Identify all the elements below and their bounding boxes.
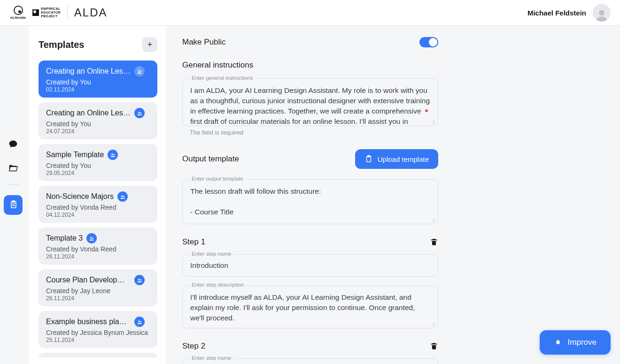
improve-label: Improve [568,338,597,347]
nav-chat-icon[interactable] [8,138,19,150]
upload-template-label: Upload template [378,155,429,163]
template-title: Creating an Online Lesson [46,109,131,117]
template-creator: Created by Jay Leone [46,287,150,295]
template-item[interactable]: Example Backwards DesignCreated by Jessi… [39,353,157,357]
template-date: 02.11.2024 [46,86,150,93]
step-name-input[interactable] [182,254,438,277]
template-date: 24.07.2024 [46,128,150,135]
svg-point-13 [138,279,140,280]
templates-sidebar: Templates + Creating an Online Lesson v2… [29,26,166,364]
general-instructions-legend: Enter general instructions [189,75,256,81]
step-name-legend: Enter step name [189,355,234,361]
shared-icon [134,108,145,118]
svg-rect-20 [368,156,370,157]
template-item[interactable]: Creating an Online Lesson v2Created by Y… [39,61,157,98]
clipboard-icon [364,155,373,163]
svg-point-12 [92,237,93,239]
shared-icon [108,150,118,160]
output-template-input[interactable] [182,179,438,224]
svg-point-6 [140,112,141,114]
app-header: eLiterate EMPIRICAL EDUCATOR PROJECT ALD… [0,0,620,26]
template-item[interactable]: Example business plan assi...Created by … [39,311,157,348]
shared-icon [134,66,145,76]
shared-icon [117,191,128,202]
svg-point-5 [138,112,140,113]
template-creator: Created by Vonda Reed [46,245,150,253]
add-template-button[interactable]: + [142,37,157,52]
template-date: 25.11.2024 [46,337,150,343]
template-creator: Created by You [46,78,150,86]
upload-template-button[interactable]: Upload template [355,149,438,169]
shared-icon [134,317,145,327]
step-desc-input[interactable]: I'll introduce myself as ALDA, your AI L… [182,285,438,328]
shared-icon [134,275,145,285]
template-title: Template 3 [46,234,83,243]
avatar-icon [595,8,608,22]
svg-point-15 [138,320,140,322]
make-public-label: Make Public [182,38,226,47]
make-public-toggle[interactable] [419,37,438,47]
output-template-label: Output template [182,154,239,164]
eep-line3: PROJECT [41,15,60,18]
svg-point-0 [599,10,604,16]
template-title: Course Plan Development [46,276,131,284]
eliterate-logo-icon [14,6,23,15]
header-user-group: Michael Feldstein [527,4,611,22]
eep-logo: EMPIRICAL EDUCATOR PROJECT [32,7,60,18]
svg-point-4 [140,70,141,72]
step-label: Step 1 [182,237,205,247]
template-item[interactable]: Non-Science MajorsCreated by Vonda Reed0… [39,186,157,223]
template-date: 29.05.2024 [46,170,150,176]
svg-rect-2 [12,201,15,202]
template-creator: Created by You [46,120,150,128]
eep-line2: EDUCATOR [41,11,60,15]
delete-step-button[interactable] [430,238,438,246]
template-title: Sample Template [46,151,104,159]
template-creator: Created by You [46,162,150,169]
improve-button[interactable]: Improve [540,330,611,355]
eliterate-logo-label: eLiterate [10,16,26,20]
general-instructions-helper: The field is required [190,129,438,136]
shared-icon [86,233,97,243]
template-item[interactable]: Course Plan DevelopmentCreated by Jay Le… [39,269,157,306]
template-creator: Created by Jessica Bynum Jessica [46,329,150,336]
step-name-legend: Enter step name [189,251,234,257]
delete-step-button[interactable] [430,342,438,350]
avatar[interactable] [593,4,611,22]
eep-logo-icon [32,9,39,16]
main-content[interactable]: Make Public General instructions Enter g… [174,26,620,364]
svg-point-16 [140,321,141,322]
nav-rail [0,26,26,364]
template-date: 26.11.2024 [46,253,150,260]
template-list[interactable]: Creating an Online Lesson v2Created by Y… [29,61,166,357]
svg-point-8 [113,154,115,155]
template-title: Creating an Online Lesson v2 [46,67,131,76]
svg-point-3 [138,70,140,71]
eep-line1: EMPIRICAL [41,7,60,11]
template-item[interactable]: Template 3Created by Vonda Reed26.11.202… [39,228,157,265]
nav-templates-icon[interactable] [4,195,23,215]
template-item[interactable]: Sample TemplateCreated by You29.05.2024 [39,144,157,181]
brand-divider [67,6,68,20]
template-title: Non-Science Majors [46,192,114,201]
template-item[interactable]: Creating an Online LessonCreated by You2… [39,102,157,139]
step-desc-legend: Enter step description [189,282,247,288]
template-date: 26.11.2024 [46,295,150,302]
svg-point-14 [140,279,141,281]
svg-point-9 [121,195,123,197]
template-title: Example business plan assi... [46,318,131,326]
svg-point-11 [90,237,92,238]
general-instructions-label: General instructions [182,61,438,70]
step-label: Step 2 [182,341,205,351]
flame-icon [554,338,562,347]
eliterate-logo: eLiterate [10,6,26,20]
nav-divider [7,184,19,185]
truncation-indicator-icon [425,109,428,112]
username-label: Michael Feldstein [527,9,586,17]
svg-point-10 [123,196,124,197]
output-template-legend: Enter output template [189,176,246,182]
nav-folder-icon[interactable] [8,163,19,174]
svg-point-7 [111,153,113,155]
general-instructions-input[interactable] [182,78,438,126]
sidebar-title: Templates [39,39,84,50]
